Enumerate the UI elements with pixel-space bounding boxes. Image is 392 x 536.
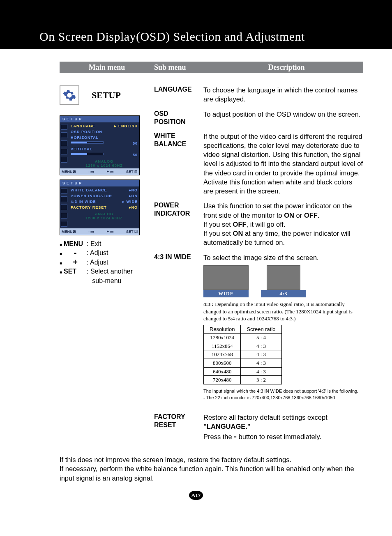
entry-wide-desc: To select the image size of the screen. xyxy=(203,253,363,262)
entry-43-wide: 4:3 IN WIDE To select the image size of … xyxy=(154,253,363,401)
osd2-wide-label: 4:3 IN WIDE xyxy=(71,200,96,204)
entry-osd-label-l2: POSITION xyxy=(154,118,185,125)
legend-set-text-l2: sub-menu xyxy=(90,277,122,284)
osd-screenshot-1: SETUP LANGUAGE▸ ENGLISH OSD POSITION HOR… xyxy=(60,115,140,175)
legend-set-key: SET xyxy=(64,267,87,276)
osd2-pi-label: POWER INDICATOR xyxy=(71,194,112,198)
osd2-set-key: SET xyxy=(126,230,134,234)
entry-osd-label-l1: OSD xyxy=(154,110,168,117)
thumb-43: 4:3 xyxy=(261,265,306,297)
osd1-menu-key: MENU xyxy=(62,170,73,174)
osd1-language-label: LANGUAGE xyxy=(71,124,95,128)
col-desc-header: Description xyxy=(210,63,363,72)
entry-language-desc: To choose the language in which the cont… xyxy=(203,85,363,104)
osd2-wb-label: WHITE BALANCE xyxy=(71,188,107,192)
legend-minus-key: - xyxy=(64,248,87,257)
ratio-table: ResolutionScreen ratio 1280x10245 : 4 11… xyxy=(203,325,282,384)
ratio-thumbs: WIDE 4:3 xyxy=(203,265,363,297)
page-title: On Screen Display(OSD) Selection and Adj… xyxy=(0,25,392,49)
legend-set-text-l1: : Select another xyxy=(87,268,133,275)
entry-wide-body: To select the image size of the screen. … xyxy=(203,253,363,401)
osd1-language-value: ENGLISH xyxy=(118,124,138,128)
osd-screenshot-2: SETUP WHITE BALANCE▸NO POWER INDICATOR▸O… xyxy=(60,179,140,235)
page-number: A17 xyxy=(189,491,203,500)
main-menu-cell: SETUP xyxy=(60,85,148,105)
osd2-fr-label: FACTORY RESET xyxy=(71,205,107,209)
osd2-title: SETUP xyxy=(60,180,139,186)
entry-pi-label-l2: INDICATOR xyxy=(154,210,190,217)
manual-page: On Screen Display(OSD) Selection and Adj… xyxy=(0,0,392,520)
ratio-row: 1024x7684 : 3 xyxy=(204,350,282,359)
osd2-fr-val: NO xyxy=(131,205,138,209)
entry-wb-desc: If the output of the video card is diffe… xyxy=(203,132,363,196)
entry-fr-label-l2: RESET xyxy=(154,421,176,428)
entry-wb-label-l1: WHITE xyxy=(154,132,175,139)
right-column: LANGUAGE To choose the language in which… xyxy=(154,85,363,448)
entry-pi-desc: Use this function to set the power indic… xyxy=(203,201,363,247)
osd2-mode: 1280 x 1024 60HZ xyxy=(71,216,138,220)
entry-wide-label: 4:3 IN WIDE xyxy=(154,253,203,401)
entry-osd-desc: To adjust position of the OSD window on … xyxy=(203,110,363,126)
osd2-side-icons xyxy=(60,186,69,228)
th-ratio: Screen ratio xyxy=(241,325,281,334)
entry-power-indicator: POWERINDICATOR Use this function to set … xyxy=(154,201,363,247)
osd1-side-icons xyxy=(60,122,69,168)
osd1-bottom-bar: MENU⊠ - ▭ + ▭ SET ⊞ xyxy=(60,168,139,175)
osd2-analog: ANALOG xyxy=(71,210,138,216)
osd1-osd-position: OSD POSITION xyxy=(71,130,102,134)
left-column: SETUP SETUP LANGUAGE▸ ENGLISH OSD POSITI… xyxy=(60,85,154,448)
ratio-row: 800x6004 : 3 xyxy=(204,359,282,368)
osd1-title: SETUP xyxy=(60,116,139,122)
osd2-minus-key: - xyxy=(88,230,90,234)
main-body: SETUP SETUP LANGUAGE▸ ENGLISH OSD POSITI… xyxy=(60,85,363,448)
content: Main menu Sub menu Description SETUP SET… xyxy=(0,49,392,520)
osd1-horizontal-value: 50 xyxy=(133,141,138,145)
osd1-mode: 1280 x 1024 60HZ xyxy=(71,163,138,168)
col-main-header: Main menu xyxy=(60,63,154,72)
header-band: On Screen Display(OSD) Selection and Adj… xyxy=(0,0,392,49)
thumb-43-label: 4:3 xyxy=(261,290,306,297)
osd1-vertical-value: 50 xyxy=(133,153,138,157)
unsupported-note-1: The input signal which the 4:3 IN WIDE d… xyxy=(203,388,363,395)
th-resolution: Resolution xyxy=(204,325,241,334)
note-43: 4:3 : Depending on the input video signa… xyxy=(203,301,363,322)
osd1-horizontal: HORIZONTAL xyxy=(71,136,99,140)
legend-plus-key: + xyxy=(64,258,87,266)
ratio-row: 1280x10245 : 4 xyxy=(204,334,282,342)
button-legend: ■MENU: Exit ■-: Adjust ■+: Adjust ■SET: … xyxy=(60,239,148,285)
bottom-note: If this does not improve the screen imag… xyxy=(60,455,363,483)
osd2-pi-val: ON xyxy=(131,194,138,198)
entry-language-label: LANGUAGE xyxy=(154,85,203,104)
osd1-plus-key: + xyxy=(107,170,109,174)
osd2-menu-key: MENU xyxy=(62,230,73,234)
osd2-plus-key: + xyxy=(107,230,109,234)
osd1-vertical: VERTICAL xyxy=(71,147,92,151)
gear-icon xyxy=(60,85,79,105)
entry-white-balance: WHITEBALANCE If the output of the video … xyxy=(154,132,363,196)
osd1-minus-key: - xyxy=(88,170,90,174)
table-header: Main menu Sub menu Description xyxy=(60,62,363,73)
entry-fr-label-l1: FACTORY xyxy=(154,413,185,420)
osd2-wide-val: WIDE xyxy=(127,200,138,204)
col-sub-header: Sub menu xyxy=(154,63,210,72)
osd1-analog: ANALOG xyxy=(71,158,138,163)
thumb-wide: WIDE xyxy=(203,265,249,297)
main-menu-label: SETUP xyxy=(92,90,121,101)
osd2-wb-val: NO xyxy=(131,188,138,192)
osd2-bottom-bar: MENU⊠ - ▭ + ▭ SET ☑ xyxy=(60,228,139,235)
entry-osd-position: OSDPOSITION To adjust position of the OS… xyxy=(154,110,363,126)
thumb-wide-label: WIDE xyxy=(203,290,249,297)
legend-minus-text: : Adjust xyxy=(87,248,148,258)
entry-pi-label-l1: POWER xyxy=(154,202,179,209)
entry-factory-reset: FACTORYRESET Restore all factory default… xyxy=(154,413,363,442)
osd1-set-key: SET xyxy=(126,170,134,174)
ratio-row: 720x4803 : 2 xyxy=(204,376,282,384)
entry-wb-label-l2: BALANCE xyxy=(154,140,186,147)
entry-language: LANGUAGE To choose the language in which… xyxy=(154,85,363,104)
ratio-row: 640x4804 : 3 xyxy=(204,367,282,376)
unsupported-note-2: - The 22 inch monitor is 720x400,1280x76… xyxy=(203,394,363,401)
legend-menu-key: MENU xyxy=(64,239,87,248)
ratio-row: 1152x8644 : 3 xyxy=(204,342,282,350)
legend-menu-text: : Exit xyxy=(87,239,148,248)
legend-plus-text: : Adjust xyxy=(87,258,148,267)
